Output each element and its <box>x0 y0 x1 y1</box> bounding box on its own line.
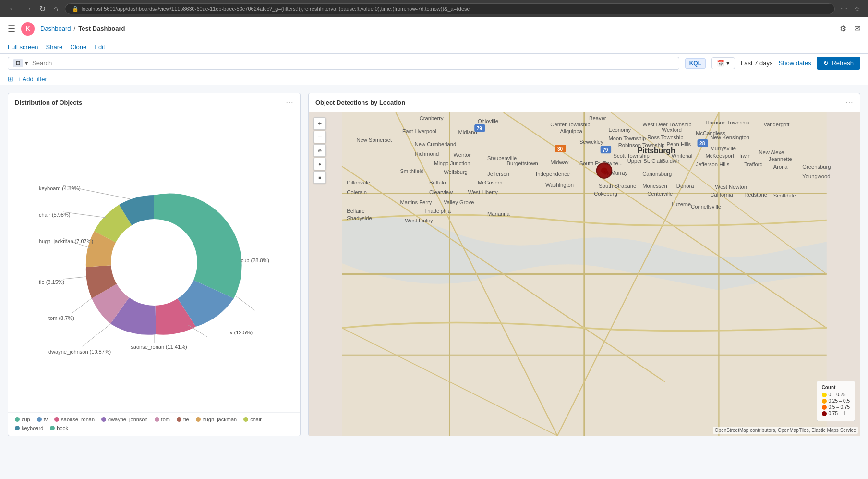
svg-text:79: 79 <box>603 147 608 153</box>
zoom-out-button[interactable]: − <box>313 131 326 143</box>
svg-text:Connellsville: Connellsville <box>691 204 721 209</box>
add-filter-button[interactable]: + Add filter <box>17 75 47 83</box>
breadcrumb-parent[interactable]: Dashboard <box>40 25 71 32</box>
svg-text:Burgettstown: Burgettstown <box>506 160 538 166</box>
breadcrumb: Dashboard / Test Dashboard <box>40 25 125 32</box>
map-controls[interactable]: + − ⊕ ● ■ <box>313 117 326 184</box>
kibana-logo: K <box>21 22 35 36</box>
search-input[interactable] <box>32 60 674 67</box>
menu-hamburger[interactable]: ☰ <box>8 24 15 34</box>
map-panel-header: Object Detections by Location ⋯ <box>309 93 860 112</box>
svg-text:Ohioville: Ohioville <box>478 118 498 124</box>
home-button[interactable]: ⌂ <box>50 2 61 15</box>
donut-panel-title: Distribution of Objects <box>15 99 82 106</box>
svg-text:Upper St. Clair: Upper St. Clair <box>627 158 663 164</box>
bookmark-button[interactable]: ☆ <box>852 3 862 14</box>
legend-label-2: 0.25 – 0.5 <box>829 398 850 404</box>
svg-text:Arona: Arona <box>773 164 788 170</box>
draw-circle-button[interactable]: ⊕ <box>313 144 326 157</box>
fullscreen-link[interactable]: Full screen <box>8 43 38 50</box>
security-icon: 🔒 <box>72 6 79 12</box>
legend-label-4: 0.75 – 1 <box>829 411 846 416</box>
svg-text:New Kensington: New Kensington <box>710 135 749 140</box>
svg-text:Jefferson: Jefferson <box>487 171 509 177</box>
map-content[interactable]: Cranberry Beaver Center Township Ohiovil… <box>309 112 860 436</box>
back-button[interactable]: ← <box>6 2 19 15</box>
share-link[interactable]: Share <box>46 43 63 50</box>
svg-text:Redstone: Redstone <box>744 192 767 197</box>
kql-badge[interactable]: KQL <box>685 58 706 69</box>
forward-button[interactable]: → <box>21 2 35 15</box>
svg-text:Canonsburg: Canonsburg <box>642 171 672 177</box>
svg-text:McKeesport: McKeesport <box>705 153 735 159</box>
draw-point-button[interactable]: ● <box>313 158 326 170</box>
address-bar[interactable]: 🔒 localhost:5601/app/dashboards#/view/11… <box>65 3 835 14</box>
map-panel-menu[interactable]: ⋯ <box>845 98 853 107</box>
donut-chart-container: cup (28.8%) tv (12.5%) saoirse_ronan (11… <box>8 112 300 412</box>
donut-hole <box>111 219 197 306</box>
calendar-icon: 📅 <box>717 60 724 67</box>
map-legend-title: Count <box>822 385 850 390</box>
legend-dot-tv <box>37 417 42 422</box>
draw-rect-button[interactable]: ■ <box>313 171 326 184</box>
svg-text:Penn Hills: Penn Hills <box>667 141 691 147</box>
legend-item-tie: tie <box>177 417 189 422</box>
svg-text:Whitehall: Whitehall <box>672 153 694 159</box>
browser-navigation[interactable]: ← → ↻ ⌂ <box>6 2 61 15</box>
svg-text:Scott Township: Scott Township <box>614 153 650 159</box>
chevron-down-icon-time: ▾ <box>726 60 730 67</box>
svg-text:Independence: Independence <box>536 171 570 177</box>
donut-legend: cuptvsaoirse_ronandwayne_johnsontomtiehu… <box>8 412 300 436</box>
map-legend-item-2: 0.25 – 0.5 <box>822 398 850 404</box>
show-dates-button[interactable]: Show dates <box>779 60 811 67</box>
label-keyboard: keyboard (4.89%) <box>39 185 81 191</box>
filter-icon: ⊞ <box>8 75 13 83</box>
legend-dot-dwayne_johnson <box>101 417 106 422</box>
label-dwayne: dwayne_johnson (10.87%) <box>48 349 111 355</box>
user-icon[interactable]: ✉ <box>854 24 860 33</box>
search-container: ⊞ ▾ <box>8 57 679 70</box>
svg-text:Jeannette: Jeannette <box>769 156 792 162</box>
svg-text:Ross Township: Ross Township <box>647 135 683 140</box>
extensions-button[interactable]: ⋯ <box>839 3 849 14</box>
browser-refresh-button[interactable]: ↻ <box>36 2 48 15</box>
map-attribution: OpenStreetMap contributors, OpenMapTiles… <box>713 427 858 434</box>
legend-dot-cup <box>15 417 20 422</box>
donut-panel: Distribution of Objects ⋯ <box>8 93 301 436</box>
svg-text:Washington: Washington <box>545 182 574 188</box>
label-tv: tv (12.5%) <box>229 330 253 335</box>
svg-text:Vandergrift: Vandergrift <box>764 122 790 127</box>
refresh-button[interactable]: ↻ Refresh <box>817 57 860 70</box>
settings-icon[interactable]: ⚙ <box>840 24 846 33</box>
chevron-down-icon[interactable]: ▾ <box>25 60 28 67</box>
svg-text:Scottdale: Scottdale <box>773 193 796 198</box>
map-container[interactable]: Cranberry Beaver Center Township Ohiovil… <box>309 112 860 436</box>
svg-line-4 <box>72 298 92 313</box>
map-legend-item-1: 0 – 0.25 <box>822 392 850 397</box>
donut-panel-menu[interactable]: ⋯ <box>286 98 293 107</box>
label-hugh: hugh_jackman (7.07%) <box>39 238 93 244</box>
legend-dot-book <box>50 426 55 430</box>
time-period-label[interactable]: Last 7 days <box>741 60 773 67</box>
svg-text:New Alexe: New Alexe <box>759 149 784 155</box>
svg-line-3 <box>82 324 111 346</box>
svg-line-0 <box>236 296 255 310</box>
svg-text:West Finley: West Finley <box>405 218 433 223</box>
svg-text:South Strabane: South Strabane <box>599 183 636 189</box>
index-pattern-icon[interactable]: ⊞ <box>13 59 23 67</box>
legend-item-saoirse_ronan: saoirse_ronan <box>54 417 95 422</box>
svg-text:Harrison Township: Harrison Township <box>705 120 749 125</box>
map-legend: Count 0 – 0.25 0.25 – 0.5 0.5 – 0.75 <box>817 381 855 421</box>
svg-text:Triadelphia: Triadelphia <box>424 208 451 214</box>
zoom-in-button[interactable]: + <box>313 117 326 130</box>
time-filter[interactable]: 📅 ▾ <box>711 57 735 69</box>
svg-text:California: California <box>710 192 733 197</box>
svg-text:Trafford: Trafford <box>744 161 763 167</box>
svg-text:Weirton: Weirton <box>453 152 471 158</box>
svg-text:Mingo Junction: Mingo Junction <box>434 160 470 166</box>
legend-item-dwayne_johnson: dwayne_johnson <box>101 417 148 422</box>
edit-link[interactable]: Edit <box>94 43 105 50</box>
clone-link[interactable]: Clone <box>70 43 86 50</box>
svg-text:New Cumberland: New Cumberland <box>415 141 457 147</box>
svg-text:Dillonvale: Dillonvale <box>347 180 370 185</box>
